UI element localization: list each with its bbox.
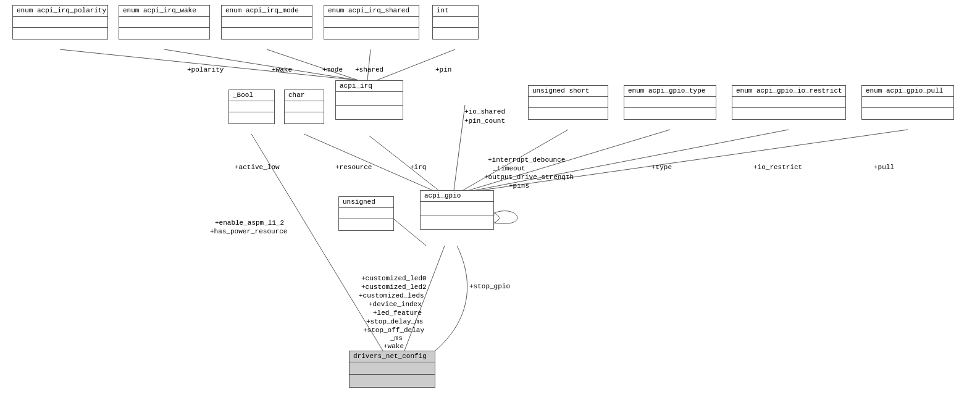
label-output-drive: +output_drive_strength [484, 173, 574, 181]
box-section1 [624, 97, 716, 108]
box-title: enum acpi_gpio_io_restrict [732, 86, 845, 97]
box-section2 [339, 219, 393, 230]
label-stop-delay-ms: +stop_delay_ms [366, 318, 423, 325]
svg-line-17 [304, 134, 432, 190]
box-enum-acpi-gpio-type: enum acpi_gpio_type [624, 85, 716, 120]
box-acpi-irq: acpi_irq [335, 80, 403, 120]
box-title: enum acpi_irq_polarity [13, 6, 107, 17]
box-char: char [284, 90, 324, 124]
box-section1 [433, 17, 478, 28]
label-polarity: +polarity [187, 66, 224, 73]
svg-line-16 [454, 105, 465, 190]
label-resource: +resource [335, 164, 372, 171]
box-title: char [285, 90, 324, 101]
box-section2 [324, 28, 419, 39]
label-has-power: +has_power_resource [210, 228, 287, 235]
box-enum-acpi-irq-mode: enum acpi_irq_mode [221, 5, 312, 40]
box-section1 [222, 17, 312, 28]
box-section1 [336, 92, 403, 106]
label-io-restrict: +io_restrict [753, 164, 802, 171]
box-title: enum acpi_irq_wake [119, 6, 209, 17]
box-section2 [350, 375, 435, 387]
svg-line-0 [60, 49, 358, 80]
box-unsigned: unsigned [338, 196, 394, 231]
box-section1 [350, 362, 435, 375]
diagram-container: enum acpi_irq_polarity enum acpi_irq_wak… [0, 0, 980, 413]
box-title: enum acpi_gpio_type [624, 86, 716, 97]
box-section2 [229, 112, 274, 123]
label-pin: +pin [435, 66, 451, 73]
box-section1 [285, 101, 324, 112]
box-section1 [421, 202, 493, 215]
box-acpi-gpio: acpi_gpio [420, 190, 494, 230]
box-title: int [433, 6, 478, 17]
box-section2 [119, 28, 209, 39]
box-title: enum acpi_irq_mode [222, 6, 312, 17]
label-io-shared: +io_shared [464, 108, 505, 115]
label-led-feature: +led_feature [373, 309, 422, 317]
label-stop-gpio: +stop_gpio [469, 283, 510, 290]
svg-line-2 [267, 49, 358, 80]
label-wake2: +wake [383, 343, 404, 350]
box-enum-acpi-irq-shared: enum acpi_irq_shared [324, 5, 419, 40]
box-bool: _Bool [228, 90, 275, 124]
label-ms: _ms [390, 335, 403, 342]
label-active-low: +active_low [235, 164, 280, 171]
svg-line-3 [367, 49, 371, 80]
label-stop-off-delay: +stop_off_delay [363, 327, 424, 334]
box-section1 [862, 97, 953, 108]
label-customized-led2: +customized_led2 [361, 283, 427, 291]
label-pull: +pull [874, 164, 894, 171]
box-int: int [432, 5, 479, 40]
box-title: drivers_net_config [350, 351, 435, 362]
box-title: unsigned short [529, 86, 608, 97]
box-section2 [862, 108, 953, 119]
svg-line-1 [164, 49, 358, 80]
box-title: _Bool [229, 90, 274, 101]
box-section2 [732, 108, 845, 119]
box-section1 [119, 17, 209, 28]
box-section2 [222, 28, 312, 39]
label-interrupt-debounce: +interrupt_debounce [488, 156, 565, 164]
box-drivers-net-config: drivers_net_config [349, 351, 435, 388]
box-unsigned-short: unsigned short [528, 85, 608, 120]
label-shared: +shared [355, 66, 383, 73]
box-section1 [339, 208, 393, 219]
label-device-index: +device_index [369, 301, 422, 308]
box-section2 [13, 28, 107, 39]
box-section1 [229, 101, 274, 112]
box-enum-acpi-gpio-pull: enum acpi_gpio_pull [861, 85, 954, 120]
box-section1 [13, 17, 107, 28]
box-section2 [336, 106, 403, 119]
box-section2 [285, 112, 324, 123]
label-customized-leds: +customized_leds [359, 292, 424, 299]
label-type: +type [651, 164, 672, 171]
label-customized-led0: +customized_led0 [361, 275, 427, 282]
box-title: acpi_irq [336, 81, 403, 92]
box-title: acpi_gpio [421, 191, 493, 202]
box-enum-acpi-gpio-io-restrict: enum acpi_gpio_io_restrict [732, 85, 846, 120]
box-enum-acpi-irq-wake: enum acpi_irq_wake [119, 5, 210, 40]
box-enum-acpi-irq-polarity: enum acpi_irq_polarity [12, 5, 108, 40]
box-title: unsigned [339, 197, 393, 208]
label-wake: +wake [272, 66, 292, 73]
label-irq: +irq [410, 164, 426, 171]
box-title: enum acpi_irq_shared [324, 6, 419, 17]
box-section2 [433, 28, 478, 39]
svg-line-5 [369, 136, 438, 190]
svg-line-4 [377, 49, 455, 80]
box-section2 [529, 108, 608, 119]
label-mode: +mode [322, 66, 343, 73]
box-title: enum acpi_gpio_pull [862, 86, 953, 97]
box-section2 [421, 215, 493, 229]
label-pin-count: +pin_count [464, 117, 505, 125]
label-pins: +pins [509, 182, 529, 190]
box-section1 [324, 17, 419, 28]
box-section2 [624, 108, 716, 119]
label-enable-aspm: +enable_aspm_l1_2 [215, 219, 284, 227]
box-section1 [529, 97, 608, 108]
box-section1 [732, 97, 845, 108]
label-timeout: _timeout [493, 165, 526, 172]
